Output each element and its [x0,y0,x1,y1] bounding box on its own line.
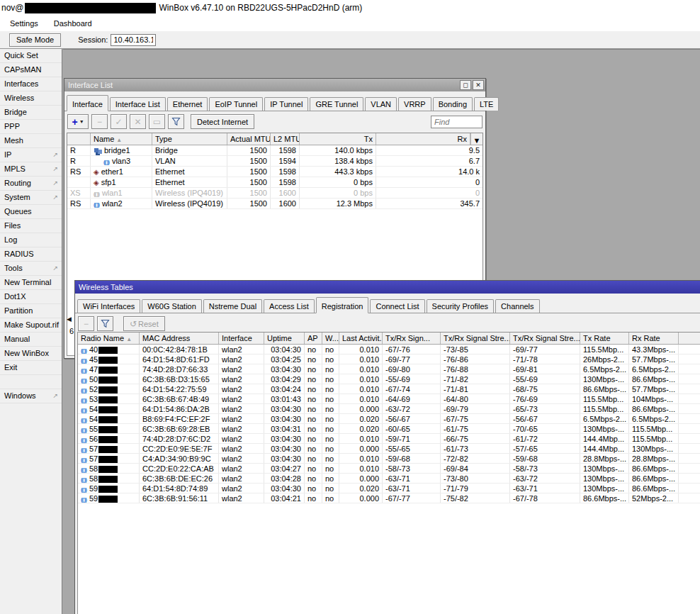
registration-row[interactable]: (( ))57C4:AD:34:90:B9:9Cwlan203:04:30non… [78,454,700,464]
sidebar-item-quick-set[interactable]: Quick Set [0,49,62,63]
sidebar-item-tools[interactable]: Tools↗ [0,262,62,276]
wireless-tables-tab-channels[interactable]: Channels [495,299,539,313]
registration-row[interactable]: (( ))556C:3B:6B:69:28:EBwlan203:04:31non… [78,424,700,434]
registration-row[interactable]: (( ))596C:3B:6B:91:56:11wlan203:04:21non… [78,493,700,503]
sidebar-item-make-supout-rif[interactable]: Make Supout.rif [0,318,62,333]
registration-row[interactable]: (( ))536C:3B:6B:67:4B:49wlan203:01:43non… [78,394,700,404]
remove-button[interactable]: − [91,114,108,129]
column-header-tx-rx-signal-stre[interactable]: Tx/Rx Signal Stre... [441,333,510,344]
column-header-uptime[interactable]: Uptime [264,333,305,344]
session-input[interactable] [111,34,156,46]
column-header-tx-rx-sign[interactable]: Tx/Rx Sign... [383,333,441,344]
wireless-tables-tab-registration[interactable]: Registration [316,297,369,313]
wireless-tables-tab-nstreme-dual[interactable]: Nstreme Dual [203,299,262,313]
registration-row[interactable]: (( ))5674:4D:28:D7:6C:D2wlan203:04:30non… [78,434,700,444]
wireless-tables-tab-connect-list[interactable]: Connect List [370,299,424,313]
sidebar-item-files[interactable]: Files [0,219,62,233]
find-input[interactable] [431,116,482,128]
wireless-tables-tab-w60g-station[interactable]: W60G Station [142,299,201,313]
sidebar-item-interfaces[interactable]: Interfaces [0,77,62,91]
registration-row[interactable]: (( ))586C:3B:6B:DE:EC:26wlan203:04:28non… [78,474,700,484]
sidebar-item-routing[interactable]: Routing↗ [0,177,62,191]
interface-list-tab-lte[interactable]: LTE [474,97,499,111]
interface-list-tab-bonding[interactable]: Bonding [433,97,473,111]
registration-row[interactable]: (( ))5264:D1:54:22:75:59wlan203:04:24non… [78,384,700,394]
sidebar-item-new-winbox[interactable]: New WinBox [0,347,62,361]
interface-list-tab-eoip-tunnel[interactable]: EoIP Tunnel [209,97,263,111]
column-header-radio-name[interactable]: Radio Name▲ [78,333,140,344]
wireless-tables-titlebar[interactable]: Wireless Tables [75,281,700,294]
registration-row[interactable]: (( ))4000:0C:42:84:78:1Bwlan203:04:30non… [78,345,700,355]
column-header-flags[interactable] [67,133,91,145]
registration-row[interactable]: (( ))4774:4D:28:D7:66:33wlan203:04:30non… [78,364,700,374]
interface-list-titlebar[interactable]: Interface List ◻ ✕ [64,79,485,91]
menu-dashboard[interactable]: Dashboard [54,19,92,28]
sidebar-item-ip[interactable]: IP↗ [0,148,62,162]
column-header-name[interactable]: Name▲ [91,133,152,145]
column-header-ap[interactable]: AP [305,333,322,344]
menu-settings[interactable]: Settings [10,19,38,28]
sidebar-item-ppp[interactable]: PPP [0,120,62,134]
sidebar-item-dot1x[interactable]: Dot1X [0,290,62,304]
interface-list-tab-ip-tunnel[interactable]: IP Tunnel [264,97,308,111]
registration-row[interactable]: (( ))4564:D1:54:8D:61:FDwlan203:04:25non… [78,355,700,364]
sidebar-item-capsman[interactable]: CAPsMAN [0,63,62,77]
sidebar-item-mpls[interactable]: MPLS↗ [0,162,62,177]
column-header-l2-mtu[interactable]: L2 MTU [271,133,300,145]
column-header-mac-address[interactable]: MAC Address [140,333,219,344]
registration-row[interactable]: (( ))5464:D1:54:86:DA:2Bwlan203:04:30non… [78,404,700,414]
sidebar-item-bridge[interactable]: Bridge [0,106,62,120]
interface-list-tab-gre-tunnel[interactable]: GRE Tunnel [310,97,363,111]
sidebar-item-exit[interactable]: Exit [0,361,62,375]
reset-button[interactable]: ↺ Reset [123,316,165,331]
interface-row-wlan1[interactable]: XS(( ))wlan1Wireless (IPQ4019)150016000 … [67,188,482,199]
column-header-tx-rx-signal-stre[interactable]: Tx/Rx Signal Stre... [510,333,580,344]
column-header-w[interactable]: W... [322,333,339,344]
column-header-actual-mtu[interactable]: Actual MTU [227,133,271,145]
sidebar-item-queues[interactable]: Queues [0,205,62,219]
add-button[interactable]: + ▼ [67,114,89,129]
registration-row[interactable]: (( ))57CC:2D:E0:9E:5E:7Fwlan203:04:30non… [78,444,700,454]
scroll-left-icon[interactable]: ◀ [67,316,72,323]
column-header-tx[interactable]: Tx [300,133,376,145]
interface-row-vlan3[interactable]: R(( ))vlan3VLAN15001594138.4 kbps6.7 [67,156,482,167]
sidebar-item-new-terminal[interactable]: New Terminal [0,276,62,290]
close-icon[interactable]: ✕ [473,80,484,90]
remove-button[interactable]: − [78,316,94,331]
interface-list-tab-vlan[interactable]: VLAN [365,97,397,111]
sidebar-item-mesh[interactable]: Mesh [0,134,62,148]
interface-row-bridge1[interactable]: Rbridge1Bridge15001598140.0 kbps9.5 [67,145,482,156]
interface-list-tab-interface[interactable]: Interface [67,95,108,111]
filter-button[interactable] [168,114,184,129]
safe-mode-button[interactable]: Safe Mode [9,33,61,47]
wireless-tables-tab-wifi-interfaces[interactable]: WiFi Interfaces [77,299,140,313]
column-header-interface[interactable]: Interface [219,333,264,344]
registration-row[interactable]: (( ))5964:D1:54:8D:74:89wlan203:04:30non… [78,484,700,493]
interface-list-tab-vrrp[interactable]: VRRP [398,97,431,111]
sidebar-item-wireless[interactable]: Wireless [0,91,62,106]
sidebar-item-partition[interactable]: Partition [0,304,62,318]
comment-button[interactable]: ▭ [149,114,165,129]
column-dropdown-icon[interactable]: ▼ [470,133,482,145]
detect-internet-button[interactable]: Detect Internet [191,114,254,129]
column-header-rx-rate[interactable]: Rx Rate [629,333,679,344]
sidebar-item-manual[interactable]: Manual [0,333,62,347]
wireless-tables-tab-security-profiles[interactable]: Security Profiles [427,299,494,313]
interface-row-ether1[interactable]: RS◈ether1Ethernet15001598443.3 kbps14.0 … [67,167,482,177]
registration-row[interactable]: (( ))58CC:2D:E0:22:CA:ABwlan203:04:27non… [78,464,700,474]
interface-row-sfp1[interactable]: ◈sfp1Ethernet150015980 bps0 [67,177,482,188]
filter-button[interactable] [97,316,113,331]
sidebar-item-windows[interactable]: Windows↗ [0,389,62,403]
interface-list-tab-interface-list[interactable]: Interface List [110,97,166,111]
registration-row[interactable]: (( ))506C:3B:6B:D3:15:65wlan203:04:29non… [78,374,700,384]
column-header-tx-rate[interactable]: Tx Rate [580,333,629,344]
column-header-last-activit[interactable]: Last Activit... [339,333,383,344]
disable-button[interactable]: ✕ [130,114,146,129]
maximize-icon[interactable]: ◻ [460,80,471,90]
sidebar-item-log[interactable]: Log [0,233,62,247]
sidebar-item-system[interactable]: System↗ [0,191,62,205]
registration-row[interactable]: (( ))54B8:69:F4:FC:EF:2Fwlan203:04:30non… [78,414,700,424]
interface-list-tab-ethernet[interactable]: Ethernet [167,97,208,111]
column-header-type[interactable]: Type [152,133,227,145]
sidebar-item-radius[interactable]: RADIUS [0,247,62,262]
